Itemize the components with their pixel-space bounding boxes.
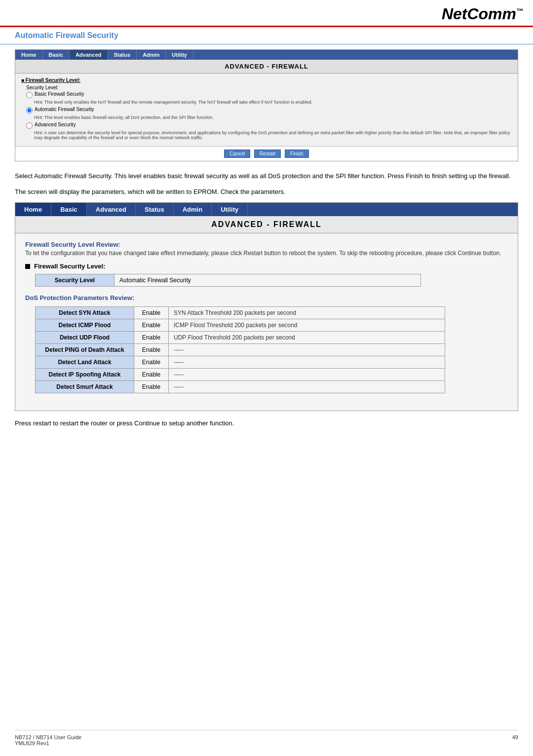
dos-detail: ----- (169, 369, 445, 381)
small-panel-content: ■ Firewall Security Level: Security Leve… (15, 74, 518, 146)
large-panel-title: ADVANCED - FIREWALL (15, 216, 518, 233)
small-nav-tabs: Home Basic Advanced Status Admin Utility (15, 50, 518, 60)
small-tab-admin[interactable]: Admin (137, 50, 166, 60)
review-title: Firewall Security Level Review: (25, 241, 508, 248)
dos-status: Enable (134, 307, 169, 319)
body-text-2: The screen will display the parameters, … (15, 187, 518, 197)
small-tab-advanced[interactable]: Advanced (70, 50, 108, 60)
dos-attack-name: Detect ICMP Flood (36, 319, 134, 332)
dos-detail: SYN Attack Threshold 200 packets per sec… (169, 307, 445, 319)
dos-status: Enable (134, 319, 169, 332)
footer-left: NB712 / NB714 User Guide YML829 Rev1 (15, 734, 81, 746)
body-text-1: Select Automatic Firewall Security. This… (15, 171, 518, 181)
dos-detail: UDP Flood Threshold 200 packets per seco… (169, 332, 445, 344)
dos-detail: ICMP Flood Threshold 200 packets per sec… (169, 319, 445, 332)
dos-table-row: Detect Smurf AttackEnable----- (36, 381, 445, 393)
small-section-label: ■ Firewall Security Level: (21, 77, 512, 83)
small-hint-advanced: Hint: A user can determine the security … (34, 130, 512, 140)
logo: NetComm™ (442, 5, 523, 23)
page-footer: NB712 / NB714 User Guide YML829 Rev1 49 (15, 730, 518, 746)
small-radio-auto: Automatic Firewall Security (26, 107, 512, 113)
dos-table-row: Detect PING of Death AttackEnable----- (36, 344, 445, 356)
large-tab-basic[interactable]: Basic (51, 203, 87, 216)
small-radio-basic: Basic Firewall Security (26, 91, 512, 98)
large-router-panel: Home Basic Advanced Status Admin Utility… (15, 202, 518, 411)
small-radio-group: Security Level: Basic Firewall Security … (26, 85, 512, 140)
dos-detail: ----- (169, 344, 445, 356)
review-section: Firewall Security Level Review: To let t… (25, 241, 508, 257)
footer-rev: YML829 Rev1 (15, 740, 81, 746)
small-hint-basic: Hint: This level only enables the NAT fi… (34, 100, 512, 105)
large-tab-admin[interactable]: Admin (174, 203, 212, 216)
dos-table-row: Detect Land AttackEnable----- (36, 356, 445, 369)
dos-status: Enable (134, 369, 169, 381)
security-level-row: Security Level Automatic Firewall Securi… (36, 274, 421, 287)
bullet-label: Firewall Security Level: (25, 263, 508, 270)
small-tab-utility[interactable]: Utility (166, 50, 193, 60)
small-tab-basic[interactable]: Basic (43, 50, 70, 60)
security-level-value: Automatic Firewall Security (114, 274, 421, 287)
small-radio-auto-label: Automatic Firewall Security (35, 107, 94, 112)
logo-text: NetComm (442, 5, 516, 23)
dos-status: Enable (134, 344, 169, 356)
dos-status: Enable (134, 332, 169, 344)
dos-table: Detect SYN AttackEnableSYN Attack Thresh… (35, 306, 445, 393)
dos-status: Enable (134, 356, 169, 369)
dos-table-body: Detect SYN AttackEnableSYN Attack Thresh… (36, 307, 445, 393)
dos-table-row: Detect IP Spoofing AttackEnable----- (36, 369, 445, 381)
dos-attack-name: Detect SYN Attack (36, 307, 134, 319)
dos-detail: ----- (169, 381, 445, 393)
body-text-3: Press restart to restart the router or p… (15, 418, 518, 428)
dos-attack-name: Detect IP Spoofing Attack (36, 369, 134, 381)
dos-table-row: Detect ICMP FloodEnableICMP Flood Thresh… (36, 319, 445, 332)
dos-title: DoS Protection Parameters Review: (25, 294, 508, 302)
footer-product: NB712 / NB714 User Guide (15, 734, 81, 740)
dos-status: Enable (134, 381, 169, 393)
footer-page-number: 49 (512, 734, 518, 746)
security-level-table: Security Level Automatic Firewall Securi… (35, 274, 421, 287)
bullet-section: Firewall Security Level: Security Level … (25, 263, 508, 287)
dos-attack-name: Detect UDP Flood (36, 332, 134, 344)
dos-attack-name: Detect Land Attack (36, 356, 134, 369)
dos-table-row: Detect SYN AttackEnableSYN Attack Thresh… (36, 307, 445, 319)
dos-attack-name: Detect Smurf Attack (36, 381, 134, 393)
small-radio-advanced: Advanced Security (26, 122, 512, 129)
small-tab-home[interactable]: Home (15, 50, 43, 60)
review-subtitle: To let the configuration that you have c… (25, 250, 508, 257)
bullet-square-icon (25, 264, 30, 269)
small-finish-button[interactable]: Finish (285, 150, 309, 158)
large-tab-status[interactable]: Status (136, 203, 174, 216)
dos-attack-name: Detect PING of Death Attack (36, 344, 134, 356)
small-tab-status[interactable]: Status (108, 50, 137, 60)
dos-table-row: Detect UDP FloodEnableUDP Flood Threshol… (36, 332, 445, 344)
small-restart-button[interactable]: Restart (254, 150, 281, 158)
large-panel-content: Firewall Security Level Review: To let t… (15, 233, 518, 411)
small-buttons-row: Cancel Restart Finish (15, 146, 518, 161)
small-router-panel: Home Basic Advanced Status Admin Utility… (15, 49, 518, 161)
small-cancel-button[interactable]: Cancel (224, 150, 250, 158)
small-panel-title: ADVANCED - FIREWALL (15, 60, 518, 74)
small-subsection: Security Level: (26, 85, 512, 90)
large-tab-advanced[interactable]: Advanced (87, 203, 136, 216)
dos-detail: ----- (169, 356, 445, 369)
small-hint-auto: Hint: This level enables basic firewall … (34, 115, 512, 120)
large-tab-home[interactable]: Home (15, 203, 51, 216)
small-radio-basic-label: Basic Firewall Security (35, 91, 84, 97)
main-content: Home Basic Advanced Status Admin Utility… (0, 49, 533, 444)
page-title: Automatic Firewall Security (0, 27, 533, 44)
logo-tm: ™ (516, 7, 523, 15)
page-header: NetComm™ (0, 0, 533, 27)
security-level-label: Security Level (36, 274, 114, 287)
small-radio-advanced-label: Advanced Security (35, 122, 76, 127)
large-nav-tabs: Home Basic Advanced Status Admin Utility (15, 203, 518, 216)
large-tab-utility[interactable]: Utility (212, 203, 248, 216)
